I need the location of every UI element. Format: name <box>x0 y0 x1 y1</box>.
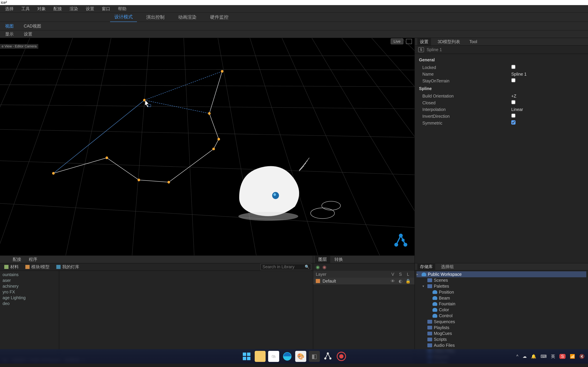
workspace-item[interactable]: Scenes <box>416 277 586 283</box>
mode-show[interactable]: 演出控制 <box>142 12 169 22</box>
ws-tab-repo[interactable]: 存储库 <box>417 263 435 270</box>
viewport[interactable]: e View - Editor Camera Live <box>0 38 415 255</box>
inspector-label: Name <box>418 72 511 77</box>
inspector-checkbox[interactable] <box>511 100 516 105</box>
workspace-item[interactable]: Scripts <box>416 336 586 342</box>
workspace-item[interactable]: Color <box>416 307 586 313</box>
inspector-value[interactable]: Spline 1 <box>511 72 585 77</box>
tray-chevron-icon[interactable]: ^ <box>516 354 519 359</box>
menu-help[interactable]: 帮助 <box>114 5 130 12</box>
mode-design[interactable]: 设计模式 <box>110 12 137 22</box>
workspace-item[interactable]: ▾Palettes <box>416 283 586 289</box>
workspace-item[interactable]: Playlists <box>416 325 586 331</box>
mode-anim[interactable]: 动画渲染 <box>174 12 201 22</box>
tray-wifi-icon[interactable]: 📶 <box>570 354 575 359</box>
workspace-item-label: Scenes <box>434 278 448 283</box>
app-icon[interactable]: ◧ <box>309 351 320 362</box>
inspector-row: Symmetric <box>418 120 585 127</box>
workspace-item[interactable]: MogCues <box>416 331 586 337</box>
layer-row-default[interactable]: Default 👁 ◐ 🔒 <box>313 278 415 284</box>
ws-tab-selgroup[interactable]: 选择组 <box>438 263 456 270</box>
workspace-item[interactable]: Audio Files <box>416 342 586 348</box>
lib-tab-program[interactable]: 程序 <box>25 256 41 263</box>
lib-tree-item[interactable]: age Lighting <box>0 295 59 300</box>
workspace-item[interactable]: Position <box>416 289 586 295</box>
mode-hardware[interactable]: 硬件监控 <box>206 12 233 22</box>
paint-icon[interactable]: 🎨 <box>295 351 306 362</box>
inspector-checkbox[interactable] <box>511 120 516 125</box>
inspector-checkbox[interactable] <box>511 114 516 118</box>
insp-tab-settings[interactable]: 设置 <box>417 38 431 45</box>
workspace-item-label: Beam <box>439 296 450 300</box>
svg-rect-47 <box>247 357 251 360</box>
insp-tab-tool[interactable]: Tool <box>467 38 480 45</box>
tray-cloud-icon[interactable]: ☁ <box>522 354 527 359</box>
menu-render[interactable]: 渲染 <box>66 5 81 12</box>
lib-tree-item[interactable]: ountains <box>0 272 59 277</box>
store-icon[interactable]: 🛍 <box>268 351 279 362</box>
inspector-value[interactable]: Linear <box>511 107 585 112</box>
lib-chip-mylights[interactable]: 我的灯库 <box>54 264 82 270</box>
eye-icon[interactable]: 👁 <box>389 279 397 284</box>
workspace-item-label: Color <box>439 307 449 312</box>
layer-remove-icon[interactable]: ◉ <box>322 264 327 270</box>
lib-chip-module[interactable]: 模块/模型 <box>23 264 52 270</box>
svg-line-5 <box>0 160 415 175</box>
menu-tool[interactable]: 工具 <box>18 5 33 12</box>
subtab-view[interactable]: 视图 <box>2 22 17 30</box>
viewport-live-button[interactable]: Live <box>391 38 403 44</box>
workspace-item-label: Playlists <box>434 325 449 330</box>
explorer-icon[interactable] <box>255 351 266 362</box>
workspace-item-label: Fountain <box>439 301 456 306</box>
lib-tree-item[interactable]: aser <box>0 277 59 283</box>
inspector-value[interactable]: +Z <box>511 94 585 99</box>
workspace-item[interactable]: Beam <box>416 295 586 301</box>
lib-tree-item[interactable]: deo <box>0 300 59 306</box>
tool-display[interactable]: 显示 <box>2 30 17 38</box>
viewport-expand-icon[interactable] <box>406 39 412 44</box>
workspace-item-label: Sequences <box>434 319 455 324</box>
lock-icon[interactable]: 🔒 <box>404 279 412 284</box>
layer-add-icon[interactable]: ◉ <box>316 264 320 270</box>
inspector-row: InterpolationLinear <box>418 106 585 113</box>
lib-tab-patch[interactable]: 配接 <box>9 256 25 263</box>
select-icon[interactable]: ◐ <box>397 279 404 284</box>
svg-point-22 <box>52 172 55 175</box>
workspace-item[interactable]: Fountain <box>416 301 586 307</box>
tray-lang-icon[interactable]: 英 <box>551 354 555 359</box>
layer-tab-transform[interactable]: 转换 <box>331 256 346 263</box>
svg-line-16 <box>312 38 415 255</box>
tray-bell-icon[interactable]: 🔔 <box>531 354 536 359</box>
tray-badge-icon[interactable]: S <box>559 354 566 359</box>
menu-select[interactable]: 选择 <box>2 5 17 12</box>
svg-line-9 <box>0 38 73 255</box>
menu-window[interactable]: 窗口 <box>98 5 114 12</box>
tray-ime-icon[interactable]: ⌨ <box>541 354 547 359</box>
menu-object[interactable]: 对象 <box>34 5 49 12</box>
inspector-checkbox[interactable] <box>511 78 516 83</box>
viewport-canvas[interactable] <box>0 38 415 255</box>
person-icon <box>432 296 437 300</box>
start-icon[interactable] <box>241 351 252 362</box>
insp-tab-3dlist[interactable]: 3D模型列表 <box>435 38 463 45</box>
menu-patch[interactable]: 配接 <box>50 5 65 12</box>
lib-tree-item[interactable]: yro FX <box>0 289 59 295</box>
record-icon[interactable] <box>336 351 347 362</box>
layer-tab-layers[interactable]: 图层 <box>315 256 330 263</box>
svg-line-41 <box>396 236 401 245</box>
inspector-group-heading: General <box>418 56 585 64</box>
inspector-checkbox[interactable] <box>511 65 516 69</box>
tray-volume-icon[interactable]: 🔇 <box>579 354 585 359</box>
library-search-input[interactable] <box>260 264 311 270</box>
tool-settings[interactable]: 设置 <box>20 30 36 38</box>
workspace-item[interactable]: Control <box>416 313 586 319</box>
menu-settings[interactable]: 设置 <box>82 5 98 12</box>
workspace-item[interactable]: ▸Public Workspace <box>416 271 586 277</box>
lib-tree-item[interactable]: achinery <box>0 283 59 289</box>
workspace-item[interactable]: Sequences <box>416 319 586 325</box>
edge-icon[interactable] <box>282 351 293 362</box>
subtab-cad[interactable]: CAD视图 <box>20 22 44 30</box>
lib-chip-material[interactable]: 材料 <box>2 264 21 270</box>
lib-tab-blank[interactable] <box>2 259 9 260</box>
ice-app-icon[interactable] <box>322 351 333 362</box>
